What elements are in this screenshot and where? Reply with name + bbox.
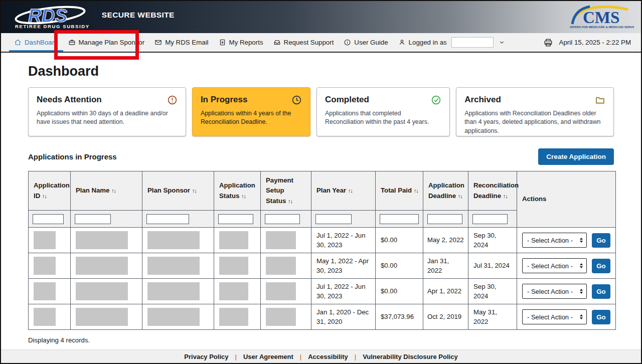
nav-item-dashboard[interactable]: DashBoard <box>9 33 63 52</box>
redacted-plan-name <box>76 231 128 249</box>
nav-item-label: Manage Plan Sponsor <box>79 39 145 46</box>
folder-icon <box>595 95 605 105</box>
user-menu-toggle[interactable] <box>497 39 507 46</box>
redacted-plan-name <box>76 308 128 326</box>
action-select[interactable]: - Select Action - <box>522 233 587 248</box>
col-header-plan-name[interactable]: Plan Name ↑↓ <box>71 171 142 211</box>
redacted-plan-name <box>76 257 128 275</box>
check-circle-icon <box>431 95 441 105</box>
rds-logo-tagline: RETIREE DRUG SUBSIDY <box>15 24 90 29</box>
redacted-application-id <box>34 282 56 300</box>
go-button[interactable]: Go <box>592 233 610 248</box>
total-paid-cell: $0.00 <box>376 279 423 304</box>
filter-application-id[interactable] <box>33 214 64 224</box>
create-application-button[interactable]: Create Application <box>538 148 614 165</box>
action-select[interactable]: - Select Action - <box>522 258 587 273</box>
nav-item-my-reports[interactable]: My Reports <box>214 33 268 52</box>
sort-icon: ↑↓ <box>42 193 47 199</box>
card-description: Applications within 4 years of the Recon… <box>201 109 302 127</box>
footer-link-accessibility[interactable]: Accessibility <box>308 353 348 360</box>
sort-icon: ↑↓ <box>414 188 418 194</box>
status-cards: Needs Attention Applications within 30 d… <box>28 87 614 136</box>
nav-item-user-guide[interactable]: User Guide <box>339 33 393 52</box>
sort-icon: ↑↓ <box>348 188 353 194</box>
reconciliation-deadline-cell: May 31, 2022 <box>468 304 517 330</box>
site-title: SECURE WEBSITE <box>102 11 175 20</box>
rds-logo-text: RDS <box>28 6 67 26</box>
go-button[interactable]: Go <box>592 310 610 324</box>
main-nav: DashBoard Manage Plan Sponsor My RDS Ema… <box>1 33 641 53</box>
card-description: Applications within 30 days of a deadlin… <box>37 109 178 127</box>
printer-icon[interactable] <box>543 38 553 48</box>
col-header-plan-sponsor[interactable]: Plan Sponsor ↑↓ <box>142 171 214 211</box>
col-header-application-status[interactable]: Application Status ↑↓ <box>214 171 261 211</box>
current-datetime: April 15, 2025 - 2:22 PM <box>559 39 631 46</box>
applications-table: Application ID ↑↓ Plan Name ↑↓ Plan Spon… <box>28 171 616 330</box>
plan-year-cell: Jul 1, 2022 - Jun 30, 2023 <box>311 279 376 304</box>
redacted-application-status <box>219 231 248 249</box>
alert-circle-icon <box>167 95 178 105</box>
filter-plan-name[interactable] <box>75 214 111 224</box>
application-deadline-cell: Apr 1, 2022 <box>423 279 468 304</box>
nav-item-label: My RDS Email <box>165 39 208 46</box>
clock-icon <box>291 95 302 105</box>
filter-application-status[interactable] <box>218 214 253 224</box>
action-select[interactable]: - Select Action - <box>522 309 587 324</box>
card-needs-attention[interactable]: Needs Attention Applications within 30 d… <box>28 87 186 136</box>
filter-plan-sponsor[interactable] <box>146 214 189 224</box>
filter-payment-setup-status[interactable] <box>265 214 300 224</box>
footer-link-vulnerability-disclosure-policy[interactable]: Vulnerability Disclosure Policy <box>363 353 458 360</box>
briefcase-icon <box>68 39 76 46</box>
reconciliation-deadline-cell: Sep 30, 2024 <box>468 279 517 304</box>
col-header-reconciliation-deadline[interactable]: Reconciliation Deadline ↑↓ <box>468 171 517 211</box>
card-in-progress[interactable]: In Progress Applications within 4 years … <box>192 87 310 136</box>
col-header-application-deadline[interactable]: Application Deadline ↑↓ <box>423 171 468 211</box>
redacted-application-id <box>34 308 56 326</box>
page-title: Dashboard <box>28 64 614 79</box>
filter-application-deadline[interactable] <box>427 214 462 224</box>
redacted-plan-sponsor <box>147 257 200 275</box>
footer-link-user-agreement[interactable]: User Agreement <box>243 353 293 360</box>
application-deadline-cell: Oct 2, 2019 <box>423 304 468 330</box>
nav-item-label: DashBoard <box>25 39 58 46</box>
sort-icon: ↑↓ <box>192 188 197 194</box>
applications-section-title: Applications in Progress <box>28 152 117 161</box>
sort-icon: ↑↓ <box>111 188 116 194</box>
col-header-plan-year[interactable]: Plan Year ↑↓ <box>311 171 376 211</box>
card-title: In Progress <box>201 95 248 105</box>
nav-item-request-support[interactable]: Request Support <box>268 33 339 52</box>
inbox-icon <box>273 39 281 46</box>
col-header-application-id[interactable]: Application ID ↑↓ <box>29 171 71 211</box>
filter-plan-year[interactable] <box>315 214 352 224</box>
logged-in-user-field[interactable] <box>451 37 494 48</box>
filter-reconciliation-deadline[interactable] <box>472 214 508 224</box>
card-archived[interactable]: Archived Applications with Reconciliatio… <box>456 87 614 136</box>
sort-icon: ↑↓ <box>503 193 508 199</box>
person-icon <box>398 39 406 46</box>
col-header-actions: Actions <box>517 171 616 228</box>
card-completed[interactable]: Completed Applications that completed Re… <box>316 87 450 136</box>
footer-separator: | <box>235 353 237 360</box>
filter-total-paid[interactable] <box>380 214 419 224</box>
footer-link-privacy-policy[interactable]: Privacy Policy <box>184 353 228 360</box>
nav-item-my-rds-email[interactable]: My RDS Email <box>149 33 213 52</box>
site-footer: Privacy Policy | User Agreement | Access… <box>1 349 641 363</box>
rds-secure-website-window: RDS RETIREE DRUG SUBSIDY SECURE WEBSITE … <box>0 0 642 364</box>
redacted-payment-setup-status <box>266 231 296 249</box>
cms-logo-text: CMS <box>583 9 619 27</box>
redacted-application-status <box>219 257 248 275</box>
action-select[interactable]: - Select Action - <box>522 284 587 299</box>
reconciliation-deadline-cell: Jul 31, 2024 <box>468 253 517 279</box>
redacted-plan-sponsor <box>147 231 200 249</box>
nav-item-manage-plan-sponsor[interactable]: Manage Plan Sponsor <box>63 33 150 52</box>
redacted-plan-sponsor <box>147 308 200 326</box>
go-button[interactable]: Go <box>592 259 610 273</box>
redacted-payment-setup-status <box>266 282 296 300</box>
redacted-application-id <box>34 257 56 275</box>
col-header-total-paid[interactable]: Total Paid ↑↓ <box>376 171 423 211</box>
redacted-payment-setup-status <box>266 308 296 326</box>
go-button[interactable]: Go <box>592 284 610 299</box>
sort-icon: ↑↓ <box>458 193 462 199</box>
table-row: Jul 1, 2022 - Jun 30, 2023 $0.00 May 2, … <box>29 228 616 253</box>
col-header-payment-setup-status[interactable]: Payment Setup Status ↑↓ <box>261 171 311 211</box>
